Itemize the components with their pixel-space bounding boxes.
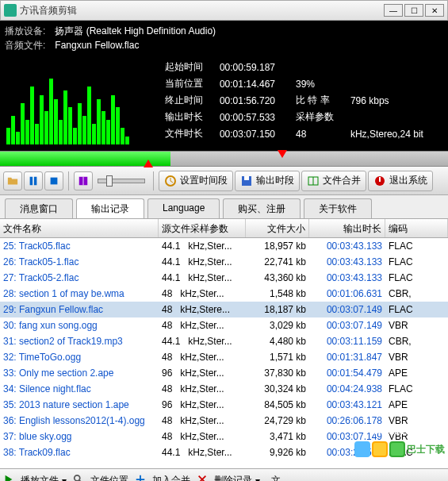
cell-duration: 00:03:21.573: [309, 445, 385, 460]
window-title: 方讯音频剪辑: [20, 4, 382, 17]
separator: [68, 171, 69, 190]
table-row[interactable]: 34: Silence night.flac48 kHz,Ster...30,3…: [0, 381, 448, 397]
table-row[interactable]: 27: Track05-2.flac44.1 kHz,Ster...43,360…: [0, 270, 448, 286]
open-button[interactable]: [3, 171, 22, 190]
cell-sample: 96 kHz,Ster...: [159, 398, 246, 412]
pause-button[interactable]: [24, 171, 43, 190]
cell-encoding: VBR: [385, 414, 448, 428]
maximize-button[interactable]: ☐: [404, 4, 423, 17]
cell-duration: 00:01:31.847: [309, 350, 385, 364]
cell-filename: 32: TimeToGo.ogg: [0, 350, 159, 364]
cell-size: 30,324 kb: [246, 382, 309, 396]
table-row[interactable]: 29: Fangxun Fellow.flac48 kHz,Stere...18…: [0, 302, 448, 317]
cell-encoding: FLAC: [385, 382, 448, 396]
save-icon: [240, 175, 253, 187]
col-sample[interactable]: 源文件采样参数: [159, 219, 246, 237]
sample-label: 采样参数: [293, 109, 347, 125]
col-size[interactable]: 文件大小: [246, 219, 309, 237]
svg-rect-1: [34, 176, 37, 185]
table-row[interactable]: 36: English lessons2012(1-4).ogg48 kHz,S…: [0, 413, 448, 429]
dropdown-icon: ▾: [255, 475, 260, 482]
close-button[interactable]: ✕: [425, 4, 444, 17]
table-row[interactable]: 32: TimeToGo.ogg48 kHz,Ster...1,571 kb00…: [0, 349, 448, 365]
cell-sample: 44.1 kHz,Ster...: [159, 334, 246, 348]
cell-size: 84,505 kb: [246, 398, 309, 412]
bitrate-label: 比 特 率: [293, 92, 347, 109]
info-panel: 起始时间00:00:59.187 当前位置00:01:14.46739% 终止时…: [0, 56, 448, 151]
cell-encoding: FLAC: [385, 255, 448, 269]
cell-encoding: CBR,: [385, 287, 448, 301]
cell-encoding: VBR: [385, 429, 448, 444]
col-encoding[interactable]: 编码: [385, 219, 448, 237]
table-row[interactable]: 31: section2 of Track19.mp344.1 kHz,Ster…: [0, 333, 448, 349]
title-bar: 方讯音频剪辑 — ☐ ✕: [0, 0, 448, 21]
table-row[interactable]: 37: blue sky.ogg48 kHz,Ster...3,471 kb00…: [0, 429, 448, 444]
stop-button[interactable]: [44, 171, 63, 190]
exit-button[interactable]: 退出系统: [368, 171, 433, 191]
minimize-button[interactable]: —: [384, 4, 403, 17]
cell-duration: 00:26:06.178: [309, 414, 385, 428]
cell-filename: 31: section2 of Track19.mp3: [0, 334, 159, 348]
table-row[interactable]: 25: Track05.flac44.1 kHz,Ster...18,957 k…: [0, 238, 448, 254]
sample-value: 48: [293, 125, 347, 142]
volume-slider[interactable]: [98, 179, 145, 183]
output-dur-label: 输出时长: [162, 109, 216, 125]
delete-record-button[interactable]: 删除记录▾: [209, 471, 265, 482]
table-row[interactable]: 35: 2013 nature section 1.ape96 kHz,Ster…: [0, 397, 448, 413]
tab-output-log[interactable]: 输出记录: [76, 198, 144, 218]
play-icon: [3, 474, 14, 481]
cell-sample: 44.1 kHz,Ster...: [159, 239, 246, 253]
cell-sample: 48 kHz,Stere...: [159, 302, 246, 317]
export-range-button[interactable]: 输出时段: [235, 171, 300, 191]
cell-size: 22,741 kb: [246, 255, 309, 269]
search-icon: [73, 474, 84, 481]
end-time-label: 终止时间: [162, 92, 216, 109]
cell-duration: 00:01:54.479: [309, 366, 385, 380]
table-row[interactable]: 26: Track05-1.flac44.1 kHz,Ster...22,741…: [0, 254, 448, 270]
cell-size: 1,571 kb: [246, 350, 309, 364]
tab-message-window[interactable]: 消息窗口: [5, 198, 73, 218]
start-time-value: 00:00:59.187: [216, 59, 293, 75]
file-dur-label: 文件时长: [162, 125, 216, 142]
slider-thumb[interactable]: [106, 175, 113, 187]
tab-bar: 消息窗口 输出记录 Language 购买、注册 关于软件: [0, 195, 448, 219]
end-marker-icon[interactable]: [278, 150, 287, 158]
cell-filename: 27: Track05-2.flac: [0, 271, 159, 285]
tab-buy-register[interactable]: 购买、注册: [223, 198, 301, 218]
add-merge-button[interactable]: 加入合并: [147, 471, 195, 482]
cell-filename: 34: Silence night.flac: [0, 382, 159, 396]
book-button[interactable]: [74, 171, 93, 190]
current-pos-label: 当前位置: [162, 75, 216, 92]
merge-button[interactable]: 文件合并: [301, 171, 366, 191]
cell-filename: 35: 2013 nature section 1.ape: [0, 398, 159, 412]
tab-about[interactable]: 关于软件: [304, 198, 372, 218]
app-icon: [4, 4, 17, 17]
tab-language[interactable]: Language: [147, 198, 220, 218]
separator: [153, 171, 154, 190]
set-range-label: 设置时间段: [180, 174, 228, 187]
start-marker-icon[interactable]: [144, 160, 153, 167]
start-time-label: 起始时间: [162, 59, 216, 75]
file-list[interactable]: 25: Track05.flac44.1 kHz,Ster...18,957 k…: [0, 238, 448, 468]
table-row[interactable]: 30: fang xun song.ogg48 kHz,Ster...3,029…: [0, 317, 448, 333]
list-header: 文件名称 源文件采样参数 文件大小 输出时长 编码: [0, 219, 448, 238]
cell-sample: 48 kHz,Ster...: [159, 414, 246, 428]
file-location-button[interactable]: 文件位置: [86, 471, 133, 482]
svg-point-9: [75, 475, 80, 481]
cell-sample: 44.1 kHz,Ster...: [159, 271, 246, 285]
col-filename[interactable]: 文件名称: [0, 219, 159, 237]
table-row[interactable]: 33: Only me section 2.ape96 kHz,Ster...3…: [0, 365, 448, 381]
play-file-button[interactable]: 播放文件▾: [16, 471, 71, 482]
cell-duration: 00:03:07.149: [309, 429, 385, 444]
table-row[interactable]: 28: section 1 of may be.wma48 kHz,Ster..…: [0, 286, 448, 302]
table-row[interactable]: 38: Track09.flac44.1 kHz,Ster...9,926 kb…: [0, 444, 448, 460]
timeline[interactable]: [0, 151, 448, 167]
play-file-label: 播放文件: [21, 474, 59, 481]
set-range-button[interactable]: 设置时间段: [159, 171, 233, 191]
col-duration[interactable]: 输出时长: [309, 219, 385, 237]
more-button[interactable]: 文: [266, 471, 285, 482]
svg-rect-5: [244, 176, 249, 180]
audio-file-label: 音频文件:: [5, 39, 45, 52]
cell-duration: 00:03:11.159: [309, 334, 385, 348]
cell-size: 3,029 kb: [246, 318, 309, 333]
